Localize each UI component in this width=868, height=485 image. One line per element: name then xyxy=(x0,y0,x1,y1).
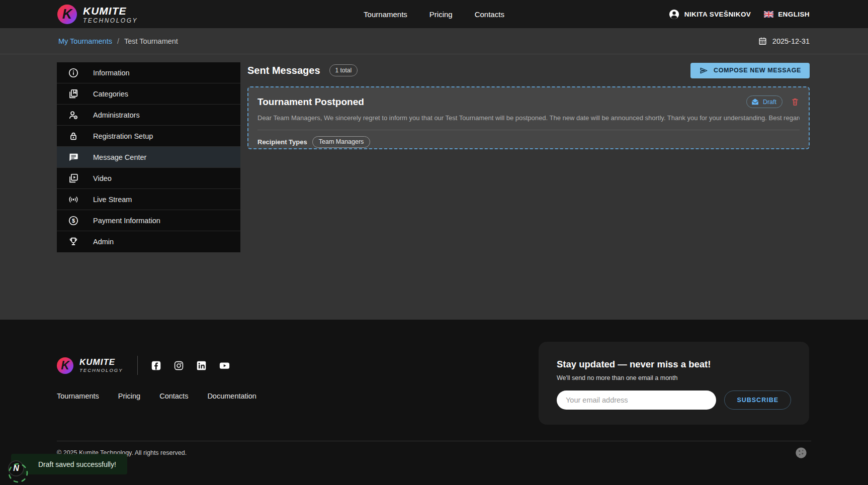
nav-contacts[interactable]: Contacts xyxy=(475,10,504,19)
user-menu[interactable]: NIKITA SVEŠNIKOV xyxy=(668,9,751,20)
sidebar-item-message-center[interactable]: Message Center xyxy=(57,147,240,168)
send-icon xyxy=(699,66,709,75)
brand-name: KUMITE xyxy=(83,6,138,16)
language-label: ENGLISH xyxy=(778,11,810,18)
footer-brand-logo[interactable]: K KUMITE TECHNOLOGY xyxy=(57,357,123,374)
footer-brand-logo-icon: K xyxy=(57,357,73,374)
newsletter-card: Stay updated — never miss a beat! We'll … xyxy=(539,342,809,425)
footer-divider xyxy=(57,441,811,441)
svg-text:$: $ xyxy=(72,218,75,224)
footer-link-pricing[interactable]: Pricing xyxy=(118,392,140,400)
breadcrumb-current: Test Tournament xyxy=(124,37,178,45)
newsletter-title: Stay updated — never miss a beat! xyxy=(557,359,791,370)
brand-logo[interactable]: K KUMITE TECHNOLOGY xyxy=(57,5,138,24)
total-count-badge: 1 total xyxy=(329,64,358,76)
sidebar-item-administrators[interactable]: Administrators xyxy=(57,105,240,126)
message-card[interactable]: Tournament Postponed Draft Dear Tea xyxy=(247,86,810,149)
sidebar-item-admin[interactable]: Admin xyxy=(57,231,240,252)
newsletter-subtitle: We'll send no more than one email a mont… xyxy=(557,374,791,381)
sidebar-item-information[interactable]: Information xyxy=(57,62,240,83)
message-center-panel: Sent Messages 1 total COMPOSE NEW MESSAG… xyxy=(247,62,810,149)
compose-new-message-button[interactable]: COMPOSE NEW MESSAGE xyxy=(690,63,810,78)
live-stream-icon xyxy=(68,194,79,205)
linkedin-icon xyxy=(196,360,207,371)
trophy-icon xyxy=(68,236,79,247)
tournament-date: 2025-12-31 xyxy=(772,37,810,45)
video-library-icon xyxy=(68,173,79,184)
cookie-icon xyxy=(794,445,809,460)
footer: K KUMITE TECHNOLOGY xyxy=(0,320,868,485)
newsletter-email-input[interactable] xyxy=(557,391,716,410)
sidebar-item-live-stream[interactable]: Live Stream xyxy=(57,189,240,210)
chat-icon xyxy=(68,152,79,163)
recipient-types-label: Recipient Types xyxy=(257,138,307,146)
lock-icon xyxy=(68,131,79,142)
card-divider xyxy=(257,130,800,130)
language-selector[interactable]: ENGLISH xyxy=(764,11,810,18)
toast-message: Draft saved successfully! xyxy=(38,460,116,468)
message-body: Dear Team Managers, We sincerely regret … xyxy=(257,114,800,123)
calendar-icon xyxy=(758,36,767,46)
brand-logo-icon: K xyxy=(57,5,77,24)
main-nav: Tournaments Pricing Contacts xyxy=(364,0,504,28)
subscribe-button[interactable]: SUBSCRIBE xyxy=(724,391,791,410)
toast-spinner-icon xyxy=(8,462,29,483)
trash-icon xyxy=(791,98,800,107)
nav-tournaments[interactable]: Tournaments xyxy=(364,10,407,19)
breadcrumb-bar: My Tournaments / Test Tournament 2025-12… xyxy=(0,28,868,54)
linkedin-link[interactable] xyxy=(196,360,207,371)
toast-notification: Draft saved successfully! N xyxy=(8,454,127,474)
youtube-link[interactable] xyxy=(219,360,230,371)
categories-icon xyxy=(68,88,79,100)
message-title: Tournament Postponed xyxy=(257,96,364,108)
breadcrumb: My Tournaments / Test Tournament xyxy=(58,37,178,45)
youtube-icon xyxy=(219,360,230,371)
breadcrumb-separator: / xyxy=(117,37,119,45)
footer-link-contacts[interactable]: Contacts xyxy=(159,392,188,400)
payment-icon: $ xyxy=(68,215,79,226)
sidebar-item-registration-setup[interactable]: Registration Setup xyxy=(57,126,240,147)
info-icon xyxy=(68,67,79,78)
sidebar-item-video[interactable]: Video xyxy=(57,168,240,189)
facebook-link[interactable] xyxy=(151,360,161,371)
sidebar-item-payment-information[interactable]: $ Payment Information xyxy=(57,210,240,231)
toast-avatar: N xyxy=(8,460,24,476)
facebook-icon xyxy=(151,360,161,371)
drafts-envelope-icon xyxy=(751,98,759,106)
sidebar-item-categories[interactable]: Categories xyxy=(57,83,240,105)
tournament-sidebar: Information Categories Administrators Re… xyxy=(57,62,240,252)
nav-pricing[interactable]: Pricing xyxy=(429,10,453,19)
footer-link-documentation[interactable]: Documentation xyxy=(207,392,256,400)
top-navbar: K KUMITE TECHNOLOGY Tournaments Pricing … xyxy=(0,0,868,28)
recipient-chip-team-managers: Team Managers xyxy=(312,136,371,148)
instagram-icon xyxy=(173,360,184,371)
page-title: Sent Messages xyxy=(247,65,320,76)
footer-vertical-divider xyxy=(137,356,138,375)
account-circle-icon xyxy=(668,9,680,20)
footer-link-tournaments[interactable]: Tournaments xyxy=(57,392,99,400)
instagram-link[interactable] xyxy=(173,360,184,371)
user-name: NIKITA SVEŠNIKOV xyxy=(684,11,751,18)
tournament-date-picker[interactable]: 2025-12-31 xyxy=(758,36,810,46)
delete-message-button[interactable] xyxy=(791,98,800,107)
breadcrumb-my-tournaments[interactable]: My Tournaments xyxy=(58,37,112,45)
cookie-settings-button[interactable] xyxy=(794,445,809,460)
uk-flag-icon xyxy=(764,11,773,18)
administrators-icon xyxy=(68,110,79,121)
draft-status-badge: Draft xyxy=(746,95,783,108)
brand-subtitle: TECHNOLOGY xyxy=(83,18,138,24)
